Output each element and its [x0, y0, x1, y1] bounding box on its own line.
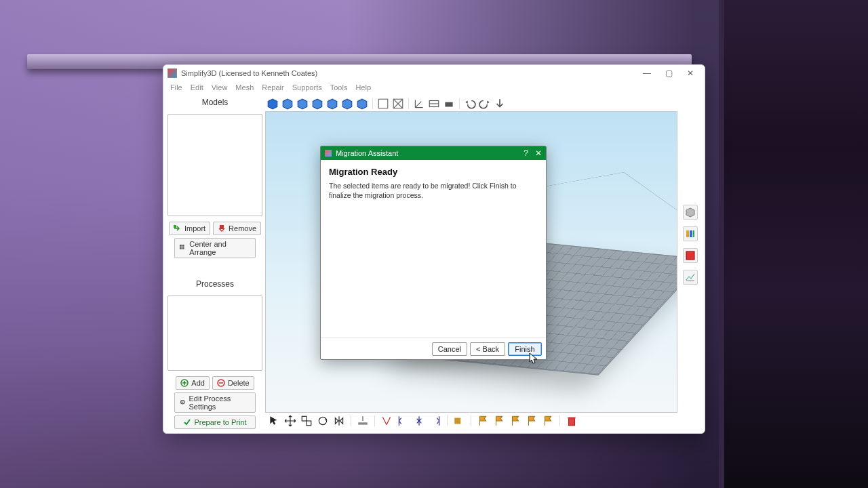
- rotate-icon[interactable]: [317, 415, 329, 427]
- background-cabinet: [719, 0, 868, 488]
- window-titlebar[interactable]: Simplify3D (Licensed to Kenneth Coates) …: [163, 65, 705, 81]
- dock-chart-icon[interactable]: [683, 270, 698, 285]
- view-right-icon[interactable]: [311, 98, 323, 110]
- undo-icon[interactable]: [464, 98, 476, 110]
- svg-rect-1: [220, 225, 224, 229]
- center-arrange-icon: [179, 244, 186, 252]
- move-icon[interactable]: [284, 415, 296, 427]
- dock-layers-icon[interactable]: [683, 226, 698, 241]
- svg-rect-18: [454, 418, 460, 424]
- svg-rect-0: [174, 225, 176, 228]
- svg-rect-17: [358, 422, 368, 424]
- view-front-icon[interactable]: [267, 98, 279, 110]
- view-top-icon[interactable]: [326, 98, 338, 110]
- view-wire-icon[interactable]: [377, 98, 389, 110]
- app-icon: [167, 68, 177, 78]
- window-close-button[interactable]: ✕: [680, 66, 701, 80]
- dock-preview-icon[interactable]: [683, 248, 698, 263]
- svg-rect-10: [378, 99, 388, 108]
- select-arrow-icon[interactable]: [268, 415, 280, 427]
- menu-view[interactable]: View: [212, 83, 228, 92]
- menu-mesh[interactable]: Mesh: [235, 83, 254, 92]
- svg-rect-15: [307, 421, 311, 426]
- separate-shells-icon[interactable]: [380, 415, 393, 427]
- dialog-heading: Migration Ready: [329, 167, 538, 177]
- svg-point-16: [319, 417, 326, 424]
- coord-axes-icon[interactable]: [413, 98, 425, 110]
- migration-assistant-dialog: Migration Assistant ? ✕ Migration Ready …: [320, 146, 547, 360]
- models-list[interactable]: [167, 114, 262, 216]
- align-center-icon[interactable]: [413, 415, 425, 427]
- cancel-button[interactable]: Cancel: [432, 342, 467, 356]
- dialog-footer: Cancel < Back Finish: [321, 338, 546, 359]
- menubar: File Edit View Mesh Repair Supports Tool…: [163, 81, 705, 94]
- view-bottom-icon[interactable]: [341, 98, 353, 110]
- view-back-icon[interactable]: [281, 98, 294, 110]
- menu-help[interactable]: Help: [355, 83, 371, 92]
- place-surface-icon[interactable]: [357, 415, 369, 427]
- center-arrange-button[interactable]: Center and Arrange: [174, 238, 256, 258]
- dialog-help-button[interactable]: ?: [524, 148, 528, 158]
- import-label: Import: [184, 224, 205, 232]
- flag-2-icon[interactable]: [493, 415, 505, 427]
- dialog-title: Migration Assistant: [336, 149, 398, 157]
- flag-3-icon[interactable]: [509, 415, 521, 427]
- section-view-icon[interactable]: [428, 98, 440, 110]
- svg-point-9: [182, 401, 183, 403]
- svg-rect-3: [182, 245, 184, 247]
- dialog-app-icon: [325, 150, 332, 157]
- prepare-print-button[interactable]: Prepare to Print: [174, 415, 256, 429]
- svg-rect-22: [690, 230, 692, 237]
- machine-icon[interactable]: [443, 98, 455, 110]
- edit-process-button[interactable]: Edit Process Settings: [174, 392, 256, 413]
- add-label: Add: [191, 379, 205, 387]
- window-minimize-button[interactable]: —: [637, 66, 657, 80]
- menu-tools[interactable]: Tools: [330, 83, 348, 92]
- view-left-icon[interactable]: [296, 98, 309, 110]
- svg-rect-2: [180, 245, 182, 247]
- scale-icon[interactable]: [300, 415, 313, 427]
- processes-list[interactable]: [167, 296, 262, 371]
- redo-icon[interactable]: [479, 98, 491, 110]
- add-process-button[interactable]: Add: [176, 376, 210, 390]
- svg-rect-14: [302, 416, 307, 421]
- svg-rect-23: [693, 230, 694, 237]
- view-iso-icon[interactable]: [356, 98, 368, 110]
- flag-1-icon[interactable]: [477, 415, 489, 427]
- align-left-icon[interactable]: [397, 415, 409, 427]
- dialog-message: The selected items are ready to be migra…: [329, 181, 532, 200]
- menu-repair[interactable]: Repair: [262, 83, 283, 92]
- svg-rect-24: [686, 251, 694, 260]
- dock-model-icon[interactable]: [683, 205, 698, 220]
- svg-rect-21: [686, 230, 689, 237]
- edit-process-label: Edit Process Settings: [189, 394, 252, 411]
- dialog-close-button[interactable]: ✕: [535, 148, 542, 158]
- menu-edit[interactable]: Edit: [191, 83, 203, 92]
- trash-icon[interactable]: [566, 415, 578, 427]
- remove-button[interactable]: Remove: [213, 222, 261, 235]
- align-right-icon[interactable]: [429, 415, 441, 427]
- window-title: Simplify3D (Licensed to Kenneth Coates): [181, 69, 317, 77]
- drop-down-icon[interactable]: [494, 98, 506, 110]
- right-dock: [680, 96, 701, 429]
- group-icon[interactable]: [453, 415, 465, 427]
- dialog-body: Migration Ready The selected items are r…: [321, 160, 546, 338]
- menu-file[interactable]: File: [170, 83, 182, 92]
- models-panel-title: Models: [167, 96, 262, 108]
- menu-supports[interactable]: Supports: [292, 83, 322, 92]
- dialog-titlebar[interactable]: Migration Assistant ? ✕: [321, 146, 546, 160]
- mirror-icon[interactable]: [333, 415, 345, 427]
- flag-4-icon[interactable]: [526, 415, 538, 427]
- delete-process-button[interactable]: Delete: [212, 376, 254, 390]
- back-button[interactable]: < Back: [470, 342, 505, 356]
- import-icon: [174, 224, 182, 232]
- add-icon: [180, 379, 189, 387]
- selection-toolbar: [265, 413, 677, 429]
- svg-rect-4: [180, 247, 182, 249]
- flag-5-icon[interactable]: [542, 415, 554, 427]
- mouse-cursor: [529, 352, 538, 365]
- window-maximize-button[interactable]: ▢: [658, 66, 679, 80]
- import-button[interactable]: Import: [169, 222, 210, 235]
- view-solid-icon[interactable]: [392, 98, 404, 110]
- check-icon: [183, 418, 191, 426]
